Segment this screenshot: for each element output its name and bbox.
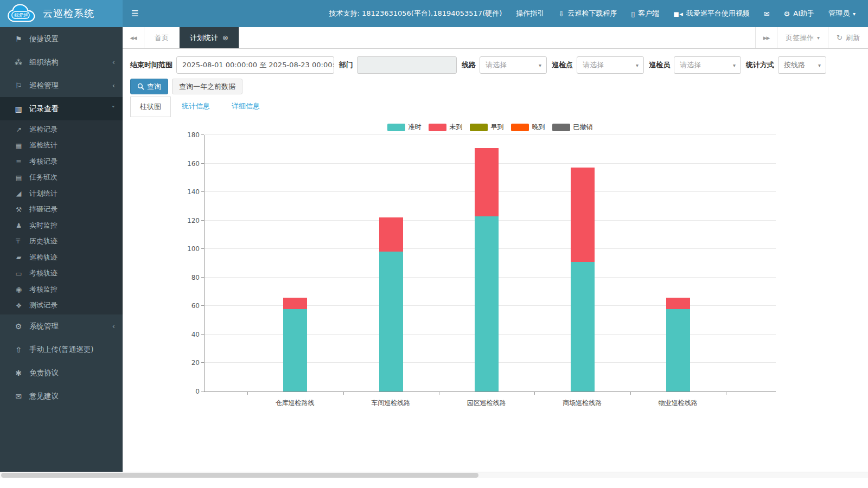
legend-item-early[interactable]: 早到 bbox=[470, 123, 504, 132]
time-range-input[interactable]: 2025-08-01 00:00:00 至 2025-08-23 00:00:0 bbox=[176, 56, 334, 74]
bar-4-segment-on-time bbox=[666, 309, 690, 391]
sidebar-item-label: 计划统计 bbox=[29, 189, 58, 198]
sidebar-item-manual-upload[interactable]: ⇧手动上传(普通巡更) bbox=[0, 338, 123, 361]
chevron-left-icon: ‹ bbox=[112, 322, 115, 330]
sidebar-item-assessment-records[interactable]: ≡考核记录 bbox=[0, 153, 123, 170]
sidebar-item-assessment-monitor[interactable]: ◉考核监控 bbox=[0, 281, 123, 298]
sidebar-item-label: 摔砸记录 bbox=[29, 204, 58, 214]
tab-home[interactable]: 首页 bbox=[144, 27, 180, 48]
x-label-4: 物业巡检线路 bbox=[659, 399, 698, 408]
inspector-select[interactable]: 请选择 ▾ bbox=[674, 56, 741, 74]
chevron-down-icon: ▾ bbox=[853, 11, 856, 17]
x-tick bbox=[726, 392, 726, 395]
tabs-scroll-left-button[interactable]: ◀◀ bbox=[123, 27, 144, 48]
legend-label-late: 晚到 bbox=[532, 123, 545, 132]
legend-swatch-on-time bbox=[387, 124, 405, 131]
tab-close-icon[interactable]: ⊗ bbox=[222, 34, 228, 42]
client-label: 客户端 bbox=[638, 9, 659, 18]
x-label-3: 商场巡检线路 bbox=[563, 399, 602, 408]
point-select[interactable]: 请选择 ▾ bbox=[577, 56, 644, 74]
tab-plan-statistics[interactable]: 计划统计⊗ bbox=[180, 27, 239, 48]
bar-3-segment-on-time bbox=[571, 262, 595, 391]
sidebar-item-records-view[interactable]: ▥记录查看˅ bbox=[0, 97, 123, 120]
chart: 准时未到早到晚到已撤销 020406080100120140160180 仓库巡… bbox=[123, 117, 868, 421]
sidebar-item-label: 考核轨迹 bbox=[29, 268, 58, 278]
sidebar-item-patrol-statistics[interactable]: ▦巡检统计 bbox=[0, 138, 123, 154]
sidebar-item-system-management[interactable]: ⚙系统管理‹ bbox=[0, 314, 123, 338]
video-camera-icon: ◼◂ bbox=[673, 10, 682, 18]
department-input[interactable] bbox=[357, 56, 457, 74]
sidebar-item-test-records[interactable]: ❖测试记录 bbox=[0, 298, 123, 314]
app-brand: 我爱巡 云巡检系统 bbox=[0, 0, 123, 27]
platform-video-menu-item[interactable]: ◼◂我爱巡平台使用视频 bbox=[666, 0, 756, 27]
line-label: 线路 bbox=[462, 60, 476, 70]
gear-icon: ⚙ bbox=[784, 10, 790, 18]
sidebar-item-quick-settings[interactable]: ⚑便捷设置 bbox=[0, 27, 123, 50]
legend-label-early: 早到 bbox=[491, 123, 504, 132]
sidebar-item-realtime-monitor[interactable]: ♟实时监控 bbox=[0, 217, 123, 234]
query-old-data-button[interactable]: 查询一年之前数据 bbox=[172, 79, 242, 94]
line-select[interactable]: 请选择 ▾ bbox=[480, 56, 547, 74]
assessment-track-icon: ▭ bbox=[14, 269, 24, 278]
x-label-0: 仓库巡检路线 bbox=[276, 399, 315, 408]
operation-guide-menu-item[interactable]: 操作指引 bbox=[509, 0, 551, 27]
download-app-label: 云巡检下载程序 bbox=[567, 9, 617, 18]
sidebar-item-smash-records[interactable]: ⚒摔砸记录 bbox=[0, 202, 123, 218]
y-tick bbox=[201, 163, 204, 164]
y-tick-label: 140 bbox=[187, 188, 200, 196]
sidebar-item-label: 历史轨迹 bbox=[29, 236, 58, 246]
legend-item-on-time[interactable]: 准时 bbox=[387, 123, 422, 132]
sidebar-item-patrol-records[interactable]: ↗巡检记录 bbox=[0, 121, 123, 138]
sidebar-item-plan-statistics[interactable]: ◢计划统计 bbox=[0, 185, 123, 202]
messages-menu-item[interactable]: ✉ bbox=[757, 0, 777, 27]
page-operations-button[interactable]: 页签操作 ▾ bbox=[777, 27, 828, 48]
bar-2 bbox=[475, 135, 499, 391]
realtime-monitor-icon: ♟ bbox=[14, 221, 24, 229]
legend-item-not-arrived[interactable]: 未到 bbox=[429, 123, 463, 132]
y-tick-label: 80 bbox=[192, 273, 200, 282]
sidebar-item-feedback[interactable]: ✉意见建议 bbox=[0, 384, 123, 408]
search-icon bbox=[137, 83, 144, 90]
download-app-menu-item[interactable]: ⇩云巡检下载程序 bbox=[551, 0, 624, 27]
patrol-management-icon: ⚐ bbox=[13, 81, 24, 90]
hamburger-menu-icon[interactable]: ☰ bbox=[123, 0, 147, 27]
support-text: 技术支持: 18123631056(平台),18194053517(硬件) bbox=[322, 0, 509, 27]
patrol-statistics-icon: ▦ bbox=[14, 142, 24, 150]
ai-assistant-menu-item[interactable]: ⚙AI助手 bbox=[777, 0, 821, 27]
admin-user-menu-item[interactable]: 管理员▾ bbox=[821, 0, 863, 27]
app-logo-cloud-icon: 我爱巡 bbox=[5, 3, 38, 24]
subtab-bar-chart[interactable]: 柱状图 bbox=[130, 97, 171, 117]
legend-label-on-time: 准时 bbox=[409, 123, 422, 132]
y-tick-label: 160 bbox=[187, 159, 200, 168]
mobile-icon: ▯ bbox=[631, 10, 635, 18]
filter-bar: 结束时间范围 2025-08-01 00:00:00 至 2025-08-23 … bbox=[123, 49, 868, 74]
sidebar-item-label: 实时监控 bbox=[29, 221, 58, 230]
stat-method-value: 按线路 bbox=[784, 60, 805, 70]
download-icon: ⇩ bbox=[558, 10, 564, 18]
sidebar-item-label: 任务班次 bbox=[29, 172, 58, 182]
sidebar-item-assessment-track[interactable]: ▭考核轨迹 bbox=[0, 266, 123, 282]
inspector-label: 巡检员 bbox=[649, 60, 670, 70]
legend-swatch-cancelled bbox=[552, 124, 570, 131]
tabs-scroll-right-button[interactable]: ▶▶ bbox=[755, 27, 777, 48]
y-tick-label: 20 bbox=[192, 358, 200, 367]
query-button[interactable]: 查询 bbox=[130, 79, 168, 94]
sidebar-item-patrol-track[interactable]: ▰巡检轨迹 bbox=[0, 249, 123, 266]
client-menu-item[interactable]: ▯客户端 bbox=[624, 0, 666, 27]
sidebar-item-org-structure[interactable]: ⁂组织结构‹ bbox=[0, 50, 123, 74]
subtab-detail-info[interactable]: 详细信息 bbox=[221, 97, 271, 117]
sidebar-item-history-track[interactable]: 〒历史轨迹 bbox=[0, 234, 123, 250]
refresh-button[interactable]: ↻ 刷新 bbox=[828, 27, 868, 48]
stat-method-label: 统计方式 bbox=[746, 60, 774, 70]
chevron-left-icon: ‹ bbox=[112, 81, 115, 89]
action-bar: 查询 查询一年之前数据 bbox=[123, 74, 868, 94]
scrollbar-thumb[interactable] bbox=[1, 473, 478, 478]
horizontal-scrollbar[interactable] bbox=[0, 472, 868, 478]
legend-item-late[interactable]: 晚到 bbox=[511, 123, 545, 132]
sidebar-item-task-shifts[interactable]: ▤任务班次 bbox=[0, 170, 123, 186]
stat-method-select[interactable]: 按线路 ▾ bbox=[778, 56, 826, 74]
legend-item-cancelled[interactable]: 已撤销 bbox=[552, 123, 593, 132]
sidebar-item-patrol-management[interactable]: ⚐巡检管理‹ bbox=[0, 74, 123, 97]
subtab-statistics-info[interactable]: 统计信息 bbox=[171, 97, 221, 117]
sidebar-item-disclaimer[interactable]: ✱免责协议 bbox=[0, 361, 123, 384]
